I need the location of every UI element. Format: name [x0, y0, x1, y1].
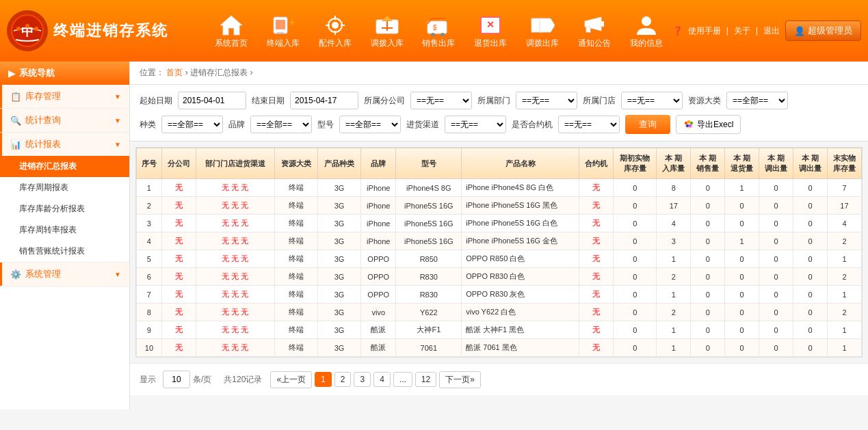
td-in-qty: 2: [657, 304, 691, 321]
main-layout: ▶ 系统导航 📋 库存管理 ▼ 🔍 统计查询 ▼ 📊 统计报表 ▼: [0, 62, 868, 409]
td-return-qty: 0: [725, 339, 759, 357]
logout-link[interactable]: 退出: [763, 25, 780, 37]
prev-page-button[interactable]: «上一页: [270, 371, 312, 388]
td-company: 无: [161, 304, 196, 321]
page-ellipsis-button[interactable]: ...: [393, 372, 412, 387]
model-select[interactable]: ==全部==: [339, 116, 401, 133]
td-model: R830: [396, 286, 462, 304]
breadcrumb: 位置： 首页 › 进销存汇总报表 ›: [130, 62, 868, 85]
company-select[interactable]: ==无==: [410, 92, 472, 109]
nav-return-out[interactable]: ✕ 退货出库: [466, 13, 514, 49]
per-page-input[interactable]: [163, 371, 190, 388]
page-4-button[interactable]: 4: [373, 372, 391, 387]
query-button[interactable]: 查询: [625, 115, 670, 134]
nav-transfer-in-label: 调拨入库: [371, 38, 404, 49]
sidebar-section-sys-manage-title[interactable]: ⚙️ 系统管理 ▼: [0, 263, 129, 286]
svg-point-11: [332, 22, 339, 29]
start-date-input[interactable]: [178, 92, 246, 109]
nav-transfer-out[interactable]: 调拨出库: [518, 13, 566, 49]
sidebar-section-stat-query-title[interactable]: 🔍 统计查询 ▼: [0, 109, 129, 132]
th-dept: 部门门店进货渠道: [196, 148, 274, 179]
svg-rect-29: [601, 21, 604, 27]
sidebar-item-sales-inventory-report[interactable]: 进销存汇总报表: [0, 156, 129, 177]
sidebar-item-sales-account-report[interactable]: 销售营账统计报表: [0, 241, 129, 262]
nav-transfer-in[interactable]: 调拨入库: [363, 13, 411, 49]
td-category: 3G: [318, 339, 361, 357]
nav-notice[interactable]: 通知公告: [570, 13, 618, 49]
table-row: 9 无 无 无 无 终端 3G 酷派 大神F1 酷派 大神F1 黑色 无 0 1…: [137, 321, 862, 339]
app-title: 终端进销存系统: [53, 21, 168, 41]
td-transfer-out: 0: [759, 179, 793, 197]
sidebar-section-sys-manage: ⚙️ 系统管理 ▼: [0, 263, 129, 286]
end-date-input[interactable]: [290, 92, 358, 109]
td-sale-qty: 0: [691, 215, 725, 232]
th-sale-qty: 本 期销售量: [691, 148, 725, 179]
breadcrumb-home[interactable]: 首页: [166, 68, 183, 77]
td-sale-qty: 0: [691, 250, 725, 268]
asset-label: 资源大类: [688, 95, 721, 107]
th-in-qty: 本 期入库量: [657, 148, 691, 179]
td-name: iPhone iPhone4S 8G 白色: [462, 179, 579, 197]
contract-select[interactable]: ==无==: [558, 116, 620, 133]
help-link[interactable]: 使用手册: [688, 25, 721, 37]
td-sale-qty: 0: [691, 304, 725, 321]
page-2-button[interactable]: 2: [334, 372, 352, 387]
about-link[interactable]: 关于: [734, 25, 750, 37]
td-dept: 无 无 无: [196, 339, 274, 357]
td-contract: 无: [579, 250, 614, 268]
logo-area: 中 终端进销存系统: [7, 10, 205, 51]
td-brand: iPhone: [361, 179, 396, 197]
next-page-button[interactable]: 下一页»: [439, 371, 481, 388]
inventory-icon: 📋: [10, 92, 21, 102]
td-no: 9: [137, 321, 162, 339]
channel-select[interactable]: ==无==: [445, 116, 506, 133]
svg-rect-20: [428, 21, 447, 33]
brand-select[interactable]: ==全部==: [250, 116, 312, 133]
page-12-button[interactable]: 12: [415, 372, 436, 387]
nav-parts-in[interactable]: 配件入库: [311, 13, 359, 49]
page-3-button[interactable]: 3: [354, 372, 371, 387]
admin-button[interactable]: 👤 超级管理员: [785, 21, 861, 41]
turnover-report-label: 库存周转率报表: [19, 225, 77, 234]
td-model: iPhone5S 16G: [396, 197, 462, 215]
sidebar-item-turnover-report[interactable]: 库存周转率报表: [0, 219, 129, 241]
td-company: 无: [161, 179, 196, 197]
td-return-qty: 0: [725, 268, 759, 286]
dept-select[interactable]: ==无==: [516, 92, 577, 109]
nav-sales-out[interactable]: $ 销售出库: [415, 13, 462, 49]
sidebar-section-stat-report-title[interactable]: 📊 统计报表 ▼: [0, 133, 129, 156]
breadcrumb-prefix: 位置：: [140, 68, 164, 77]
td-in-qty: 1: [657, 250, 691, 268]
export-button[interactable]: 导出Execl: [676, 115, 741, 134]
sidebar-item-weekly-report[interactable]: 库存周期报表: [0, 177, 129, 198]
sidebar-item-age-report[interactable]: 库存库龄分析报表: [0, 198, 129, 219]
td-name: OPPO R850 白色: [462, 250, 579, 268]
page-1-button[interactable]: 1: [315, 372, 332, 387]
table-row: 2 无 无 无 无 终端 3G iPhone iPhone5S 16G iPho…: [137, 197, 862, 215]
category-select[interactable]: ==全部==: [161, 116, 223, 133]
svg-point-3: [25, 24, 29, 28]
td-dept: 无 无 无: [196, 250, 274, 268]
sidebar: ▶ 系统导航 📋 库存管理 ▼ 🔍 统计查询 ▼ 📊 统计报表 ▼: [0, 62, 130, 409]
table-header-row: 序号 分公司 部门门店进货渠道 资源大类 产品种类 品牌 型号 产品名称 合约机…: [137, 148, 862, 179]
td-transfer-out: 0: [759, 339, 793, 357]
td-adj-out: 0: [793, 197, 828, 215]
table-row: 3 无 无 无 无 终端 3G iPhone iPhone5S 16G iPho…: [137, 215, 862, 232]
shop-select[interactable]: ==无==: [621, 92, 683, 109]
td-sale-qty: 0: [691, 232, 725, 250]
td-model: R850: [396, 250, 462, 268]
sidebar-section-inventory-title[interactable]: 📋 库存管理 ▼: [0, 85, 129, 108]
td-name: 酷派 7061 黑色: [462, 339, 579, 357]
asset-select[interactable]: ==全部==: [726, 92, 788, 109]
sys-manage-label: 系统管理: [25, 268, 61, 280]
td-adj-out: 0: [793, 304, 828, 321]
td-brand: iPhone: [361, 197, 396, 215]
sales-out-icon: $: [425, 13, 452, 38]
td-dept: 无 无 无: [196, 321, 274, 339]
td-adj-out: 0: [793, 321, 828, 339]
nav-terminal-in[interactable]: + 终端入库: [259, 13, 307, 49]
shop-label: 所属门店: [583, 95, 616, 107]
nav-my-info[interactable]: 我的信息: [622, 13, 670, 49]
nav-home[interactable]: 系统首页: [207, 13, 255, 49]
stat-query-label: 统计查询: [25, 114, 61, 126]
